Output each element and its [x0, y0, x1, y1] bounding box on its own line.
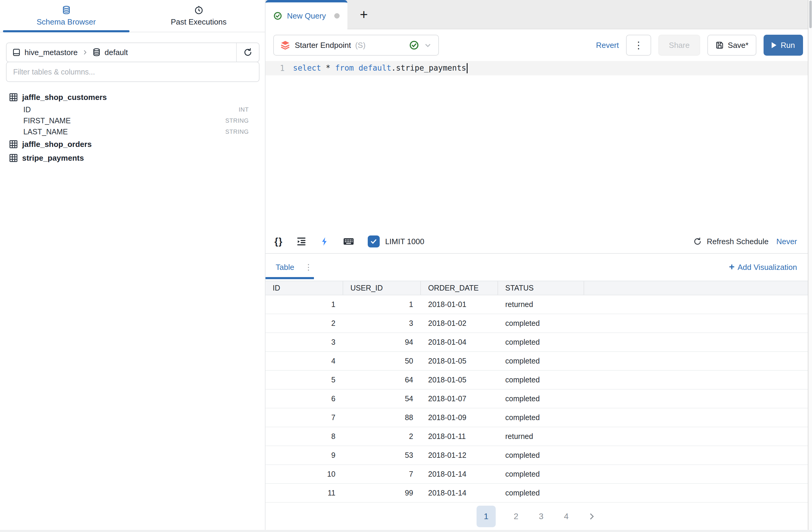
page-button-2[interactable]: 2 — [511, 512, 521, 521]
next-page-button[interactable] — [586, 512, 597, 521]
share-button[interactable]: Share — [658, 35, 700, 56]
table-row: 5642018-01-05completed — [265, 371, 808, 390]
database-icon — [62, 5, 71, 15]
table-cell: 8 — [265, 432, 343, 441]
toolbar-actions: Revert ⋮ Share Save* Run — [596, 35, 803, 56]
add-visualization-button[interactable]: + Add Visualization — [729, 262, 797, 272]
save-button[interactable]: Save* — [707, 35, 756, 56]
page-button-3[interactable]: 3 — [536, 512, 546, 521]
tab-past-executions[interactable]: Past Executions — [132, 0, 265, 32]
table-cell: 53 — [343, 451, 421, 460]
column-header: ID — [265, 281, 343, 295]
table-cell: 2018-01-11 — [421, 432, 498, 441]
schema-column-item[interactable]: IDINT — [0, 104, 265, 115]
endpoint-stack-icon — [280, 40, 291, 51]
sidebar: Schema Browser Past Executions — [0, 0, 265, 530]
limit-checkbox[interactable] — [368, 236, 380, 248]
line-number: 1 — [265, 64, 285, 73]
endpoint-size: (S) — [355, 41, 366, 50]
plus-icon: + — [729, 261, 735, 272]
sql-editor[interactable]: 1 select * from default.stripe_payments — [265, 61, 808, 230]
page-button-4[interactable]: 4 — [562, 512, 571, 521]
table-cell: 2018-01-14 — [421, 470, 498, 478]
results-grid-header: IDUSER_IDORDER_DATESTATUS — [265, 281, 808, 295]
schema-table-item[interactable]: jaffle_shop_orders — [0, 137, 265, 151]
chevron-right-icon — [81, 49, 88, 56]
table-cell: completed — [498, 319, 584, 328]
tab-schema-browser[interactable]: Schema Browser — [0, 0, 132, 32]
table-cell: 4 — [265, 357, 343, 365]
schema-tree: jaffle_shop_customersIDINTFIRST_NAMESTRI… — [0, 90, 265, 165]
refresh-schema-button[interactable] — [236, 43, 259, 62]
query-toolbar: Starter Endpoint (S) Revert ⋮ Share — [265, 29, 808, 61]
table-cell: 7 — [343, 470, 421, 478]
tab-past-executions-label: Past Executions — [171, 17, 226, 27]
scrollbar-thumb[interactable] — [809, 1, 812, 28]
table-cell: 2018-01-02 — [421, 319, 498, 328]
more-actions-button[interactable]: ⋮ — [626, 35, 651, 56]
vertical-scrollbar[interactable] — [808, 0, 812, 530]
results-tab-table[interactable]: Table — [276, 263, 294, 272]
table-cell: completed — [498, 470, 584, 478]
sql-token: default — [359, 64, 391, 72]
table-cell: completed — [498, 338, 584, 347]
table-cell: 10 — [265, 470, 343, 478]
text-cursor — [467, 63, 468, 73]
lightning-icon[interactable] — [320, 237, 330, 246]
column-name: FIRST_NAME — [23, 116, 71, 125]
breadcrumb-schema[interactable]: default — [105, 48, 128, 57]
unsaved-dot — [334, 13, 339, 18]
chevron-right-icon — [586, 512, 597, 521]
table-cell: 2 — [343, 432, 421, 441]
column-type: STRING — [225, 128, 249, 135]
breadcrumb-catalog[interactable]: hive_metastore — [25, 48, 78, 57]
query-tab-new-query[interactable]: New Query — [265, 0, 347, 29]
table-cell: 9 — [265, 451, 343, 460]
schema-table-item[interactable]: stripe_payments — [0, 151, 265, 165]
indent-icon[interactable] — [296, 236, 307, 247]
limit-group: LIMIT 1000 — [368, 236, 424, 248]
table-cell: 2018-01-14 — [421, 489, 498, 497]
endpoint-name: Starter Endpoint — [295, 41, 351, 50]
table-row: 9532018-01-12completed — [265, 446, 808, 465]
table-cell: completed — [498, 357, 584, 365]
keyboard-shortcuts-icon[interactable] — [343, 236, 354, 248]
table-icon — [9, 154, 18, 163]
add-tab-button[interactable]: + — [347, 0, 380, 29]
schema-filter-input[interactable] — [13, 68, 252, 76]
table-row: 4502018-01-05completed — [265, 352, 808, 371]
sql-token: from — [335, 64, 354, 72]
column-type: STRING — [225, 117, 249, 124]
results-header: Table ⋮ + Add Visualization — [265, 254, 808, 281]
column-header: STATUS — [498, 281, 584, 295]
tab-schema-browser-label: Schema Browser — [37, 17, 96, 27]
schema-column-item[interactable]: FIRST_NAMESTRING — [0, 115, 265, 126]
query-tab-label: New Query — [287, 11, 326, 20]
check-circle-icon — [273, 11, 282, 20]
save-icon — [715, 41, 724, 50]
table-cell: completed — [498, 451, 584, 460]
sql-editor-app: Schema Browser Past Executions — [0, 0, 812, 532]
schema-filter-box — [6, 62, 260, 82]
endpoint-select[interactable]: Starter Endpoint (S) — [273, 35, 439, 56]
format-braces-icon[interactable]: {} — [274, 236, 283, 247]
code-line-1[interactable]: 1 select * from default.stripe_payments — [265, 61, 808, 75]
limit-label[interactable]: LIMIT 1000 — [385, 237, 424, 246]
revert-link[interactable]: Revert — [596, 41, 619, 50]
run-button[interactable]: Run — [764, 35, 803, 56]
results-tab-menu-icon[interactable]: ⋮ — [304, 262, 313, 272]
schema-table-item[interactable]: jaffle_shop_customers — [0, 90, 265, 104]
editor-footer-icons: {} — [274, 236, 354, 248]
column-header: ORDER_DATE — [421, 281, 498, 295]
page-button-1[interactable]: 1 — [477, 506, 496, 527]
breadcrumb[interactable]: hive_metastore default — [6, 48, 236, 57]
table-cell: 6 — [265, 394, 343, 403]
schema-column-item[interactable]: LAST_NAMESTRING — [0, 126, 265, 137]
table-row: 6542018-01-07completed — [265, 390, 808, 408]
column-name: ID — [23, 105, 31, 114]
sql-token — [354, 64, 359, 72]
refresh-schedule: Refresh Schedule Never — [693, 237, 797, 246]
refresh-schedule-value[interactable]: Never — [777, 237, 797, 246]
table-cell: 7 — [265, 413, 343, 422]
refresh-schedule-icon — [693, 237, 702, 246]
